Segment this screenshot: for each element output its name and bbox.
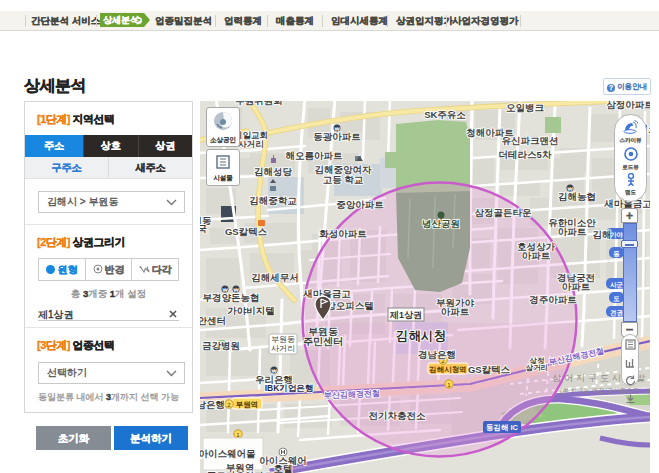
svg-text:아파트: 아파트 — [558, 226, 587, 237]
svg-text:오일뱅크: 오일뱅크 — [506, 102, 545, 113]
svg-text:아파트: 아파트 — [522, 250, 551, 261]
svg-text:경남은행: 경남은행 — [418, 349, 456, 360]
svg-text:부경양돈농협: 부경양돈농협 — [203, 292, 260, 303]
svg-text:부원위원회: 부원위원회 — [235, 101, 283, 106]
svg-text:금강병원: 금강병원 — [202, 340, 240, 351]
svg-text:삼정골든타운: 삼정골든타운 — [475, 207, 533, 218]
svg-text:SK주유소: SK주유소 — [424, 109, 466, 120]
svg-text:해오름아파트: 해오름아파트 — [286, 150, 344, 161]
svg-text:IBK기업은행: IBK기업은행 — [265, 383, 314, 393]
svg-text:김해중학교: 김해중학교 — [249, 195, 297, 206]
svg-text:삼정아파트: 삼정아파트 — [606, 101, 650, 110]
svg-text:제1상권: 제1상권 — [389, 310, 422, 320]
svg-text:GS칼텍스: GS칼텍스 — [225, 226, 268, 237]
svg-text:동광아파트: 동광아파트 — [313, 131, 361, 142]
svg-text:₩: ₩ — [271, 368, 277, 374]
svg-text:동: 동 — [613, 250, 620, 258]
svg-text:경남은행: 경남은행 — [200, 399, 225, 410]
svg-text:삼거리: 삼거리 — [526, 363, 549, 372]
svg-text:(본 지구는 예정/공사중으로 …): (본 지구는 예정/공사중으로 …) — [560, 387, 650, 395]
svg-text:김해세무서: 김해세무서 — [251, 272, 299, 283]
svg-text:화성아파트: 화성아파트 — [319, 228, 367, 239]
svg-text:국: 국 — [200, 223, 207, 234]
svg-text:고등 학교: 고등 학교 — [323, 174, 364, 185]
svg-text:사거리: 사거리 — [238, 139, 264, 149]
svg-text:도: 도 — [613, 295, 620, 302]
svg-text:더테라스5차: 더테라스5차 — [499, 149, 552, 160]
svg-text:호텔: 호텔 — [274, 463, 293, 473]
svg-text:주민센터: 주민센터 — [303, 336, 343, 347]
svg-text:김해: 김해 — [593, 229, 612, 240]
svg-text:GS칼텍스: GS칼텍스 — [468, 364, 511, 375]
svg-text:중앙아파트: 중앙아파트 — [336, 199, 384, 210]
svg-text:유신파크맨션: 유신파크맨션 — [502, 135, 559, 146]
svg-text:가야비지텔: 가야비지텔 — [227, 305, 275, 316]
svg-text:아파트: 아파트 — [562, 281, 591, 292]
svg-text:강오피스텔: 강오피스텔 — [326, 300, 374, 311]
svg-text:녕산공원: 녕산공원 — [422, 218, 460, 229]
svg-text:부원동: 부원동 — [271, 335, 295, 344]
svg-text:김해시청역: 김해시청역 — [429, 365, 467, 374]
svg-text:전기차충전소: 전기차충전소 — [369, 410, 427, 421]
svg-text:아파트: 아파트 — [441, 306, 470, 317]
svg-text:동김해 IC: 동김해 IC — [486, 423, 519, 432]
svg-text:부원역: 부원역 — [236, 400, 259, 409]
svg-text:사거리: 사거리 — [271, 344, 295, 353]
svg-text:김해성당: 김해성당 — [254, 166, 293, 177]
svg-text:경주아파트: 경주아파트 — [529, 294, 577, 305]
svg-text:김해시청: 김해시청 — [396, 329, 446, 343]
svg-text:치안센터: 치안센터 — [200, 315, 226, 326]
svg-text:아이스웨어몰: 아이스웨어몰 — [200, 448, 256, 459]
svg-text:김해농협: 김해농협 — [558, 191, 596, 202]
